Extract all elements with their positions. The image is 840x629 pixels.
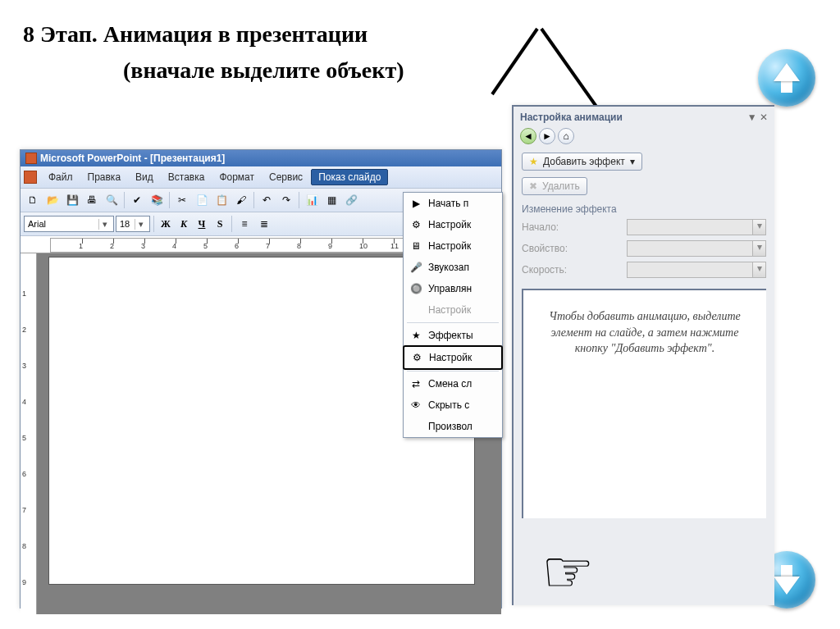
menu-item-label: Скрыть с — [428, 399, 469, 411]
menu-bar: Файл Правка Вид Вставка Формат Сервис По… — [21, 166, 501, 189]
save-icon[interactable]: 💾 — [63, 191, 81, 209]
chart-icon[interactable]: 📊 — [303, 191, 321, 209]
app-small-icon — [24, 171, 37, 184]
menu-item-icon: ⚙ — [409, 350, 424, 365]
menu-view[interactable]: Вид — [129, 170, 160, 185]
menu-item-label: Начать п — [428, 198, 468, 209]
start-label: Начало: — [522, 221, 559, 233]
window-titlebar: Microsoft PowerPoint - [Презентация1] — [21, 150, 501, 166]
chevron-down-icon: ▾ — [135, 219, 146, 230]
preview-icon[interactable]: 🔍 — [103, 191, 121, 209]
nav-home-icon[interactable]: ⌂ — [558, 128, 574, 144]
chevron-down-icon: ▾ — [630, 156, 635, 167]
menu-tools[interactable]: Сервис — [262, 170, 309, 185]
menu-format[interactable]: Формат — [212, 170, 261, 185]
menu-item-label: Эффекты — [428, 330, 473, 341]
font-combo[interactable]: Arial▾ — [24, 216, 114, 232]
menu-item[interactable]: ★Эффекты — [404, 325, 502, 346]
format-painter-icon[interactable]: 🖌 — [232, 191, 250, 209]
speed-label: Скорость: — [522, 264, 567, 276]
menu-item[interactable]: 👁Скрыть с — [404, 394, 502, 416]
copy-icon[interactable]: 📄 — [193, 191, 211, 209]
align-left-icon[interactable]: ≡ — [235, 215, 253, 233]
spell-icon[interactable]: ✔ — [128, 191, 146, 209]
hand-pointer-icon: ☞ — [541, 537, 595, 606]
new-icon[interactable]: 🗋 — [24, 191, 42, 209]
menu-item-label: Настройк — [428, 304, 471, 316]
add-effect-button[interactable]: ★ Добавить эффект ▾ — [522, 153, 642, 171]
arrow-down-icon — [774, 577, 800, 595]
font-size-combo[interactable]: 18▾ — [116, 216, 150, 232]
undo-icon[interactable]: ↶ — [258, 191, 276, 209]
menu-item[interactable]: 🎤Звукозап — [404, 257, 502, 278]
menu-item-icon: 🖥 — [409, 239, 423, 253]
menu-item-label: Звукозап — [428, 262, 469, 273]
menu-item[interactable]: ▶Начать п — [404, 193, 502, 214]
panel-controls[interactable]: ▼ ✕ — [747, 112, 768, 123]
property-label: Свойство: — [522, 243, 568, 254]
chevron-down-icon: ▾ — [752, 241, 765, 256]
menu-item-icon: ⇄ — [409, 376, 423, 391]
menu-item[interactable]: Произвол — [404, 416, 502, 437]
animation-hint-area: Чтобы добавить анимацию, выделите элемен… — [522, 289, 766, 518]
start-combo: ▾ — [627, 219, 766, 235]
research-icon[interactable]: 📚 — [148, 191, 166, 209]
menu-item-icon: ★ — [409, 328, 423, 343]
panel-nav: ◄ ► ⌂ — [514, 126, 774, 149]
slideshow-dropdown: ▶Начать п⚙Настройк🖥Настройк🎤Звукозап🔘Упр… — [403, 192, 503, 438]
chevron-down-icon: ▾ — [752, 262, 765, 277]
cut-icon[interactable]: ✂ — [173, 191, 191, 209]
shadow-button[interactable]: S — [212, 216, 228, 232]
chevron-down-icon: ▾ — [98, 219, 110, 230]
remove-icon: ✖ — [529, 180, 537, 192]
menu-slideshow[interactable]: Показ слайдо — [311, 169, 388, 185]
menu-item-label: Произвол — [428, 421, 472, 432]
italic-button[interactable]: К — [176, 216, 192, 232]
menu-item-icon: ▶ — [409, 196, 423, 211]
animation-hint-text: Чтобы добавить анимацию, выделите элемен… — [536, 308, 753, 357]
hyperlink-icon[interactable]: 🔗 — [342, 191, 360, 209]
slide-subtitle: (вначале выделите объект) — [123, 57, 404, 84]
slide-title: 8 Этап. Анимация в презентации — [23, 21, 368, 48]
menu-item-label: Смена сл — [428, 378, 472, 390]
menu-item-label: Настройк — [428, 240, 471, 252]
menu-item-icon — [409, 303, 423, 317]
paste-icon[interactable]: 📋 — [212, 191, 231, 209]
menu-item[interactable]: ⚙Настройк — [403, 345, 503, 370]
animation-panel: Настройка анимации ▼ ✕ ◄ ► ⌂ ★ Добавить … — [512, 105, 774, 605]
effect-section-label: Изменение эффекта — [514, 198, 774, 217]
table-icon[interactable]: ▦ — [322, 191, 340, 209]
print-icon[interactable]: 🖶 — [83, 191, 101, 209]
redo-icon[interactable]: ↷ — [277, 191, 295, 209]
open-icon[interactable]: 📂 — [43, 191, 62, 209]
menu-item-icon: 👁 — [409, 398, 423, 412]
align-center-icon[interactable]: ≣ — [255, 215, 273, 233]
menu-item-icon — [409, 419, 423, 434]
window-title: Microsoft PowerPoint - [Презентация1] — [40, 153, 225, 164]
menu-item[interactable]: ⚙Настройк — [404, 214, 502, 235]
menu-item[interactable]: 🔘Управлян — [404, 278, 502, 299]
chevron-down-icon: ▾ — [752, 220, 765, 235]
panel-title: Настройка анимации — [520, 112, 623, 123]
arrow-up-icon — [774, 63, 800, 81]
svg-line-0 — [492, 29, 537, 94]
menu-item[interactable]: ⇄Смена сл — [404, 373, 502, 394]
menu-insert[interactable]: Вставка — [162, 170, 212, 185]
menu-item-icon: 🎤 — [409, 260, 423, 275]
menu-edit[interactable]: Правка — [81, 170, 128, 185]
menu-item: Настройк — [404, 299, 502, 321]
speed-combo: ▾ — [627, 262, 766, 278]
star-icon: ★ — [529, 156, 538, 167]
bold-button[interactable]: Ж — [158, 216, 174, 232]
menu-file[interactable]: Файл — [42, 170, 80, 185]
nav-fwd-icon[interactable]: ► — [539, 128, 555, 144]
underline-button[interactable]: Ч — [194, 216, 210, 232]
nav-up-button[interactable] — [758, 49, 815, 107]
menu-item-label: Управлян — [428, 283, 472, 294]
remove-button: ✖ Удалить — [522, 177, 587, 195]
nav-back-icon[interactable]: ◄ — [520, 128, 536, 144]
vertical-ruler: 123456789 — [21, 253, 37, 614]
menu-item[interactable]: 🖥Настройк — [404, 235, 502, 257]
powerpoint-icon — [25, 153, 37, 164]
menu-item-label: Настройк — [428, 219, 471, 230]
